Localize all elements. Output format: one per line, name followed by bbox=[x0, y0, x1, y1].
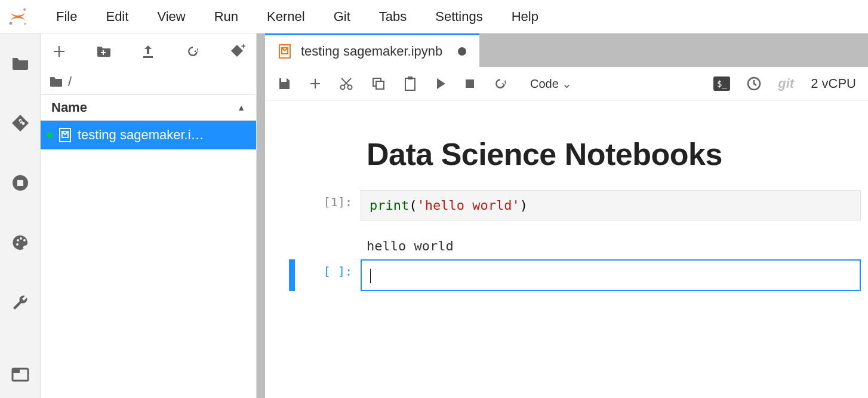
svg-point-15 bbox=[348, 85, 352, 89]
menu-view[interactable]: View bbox=[143, 9, 199, 25]
menu-settings[interactable]: Settings bbox=[421, 9, 497, 25]
git-branch-icon bbox=[11, 114, 29, 132]
code-input-area[interactable]: print('hello world') bbox=[361, 190, 861, 221]
code-token-paren-open: ( bbox=[409, 198, 417, 213]
file-browser-panel: + / Name ▲ testing sagemaker.i… bbox=[41, 33, 257, 398]
svg-text:+: + bbox=[241, 44, 245, 51]
refresh-button[interactable] bbox=[183, 41, 204, 62]
menu-bar: File Edit View Run Kernel Git Tabs Setti… bbox=[0, 0, 868, 33]
activity-git[interactable] bbox=[8, 111, 32, 135]
plus-icon bbox=[309, 78, 321, 90]
code-token-fn: print bbox=[370, 198, 409, 213]
markdown-cell-rendered[interactable]: Data Science Notebooks bbox=[265, 124, 868, 190]
git-clone-button[interactable]: + bbox=[227, 41, 248, 62]
folder-icon bbox=[49, 76, 63, 88]
copy-icon bbox=[371, 76, 386, 91]
paste-cell-button[interactable] bbox=[404, 76, 417, 91]
code-cell[interactable]: [1]: print('hello world') bbox=[265, 190, 868, 232]
cell-type-select[interactable]: Code bbox=[525, 75, 575, 93]
resource-indicator[interactable]: 2 vCPU bbox=[811, 76, 856, 91]
code-token-paren-close: ) bbox=[520, 198, 528, 213]
cut-cell-button[interactable] bbox=[339, 76, 353, 91]
tab-bar: testing sagemaker.ipynb bbox=[265, 33, 868, 67]
menu-run[interactable]: Run bbox=[200, 9, 253, 25]
restart-kernel-button[interactable] bbox=[493, 76, 507, 91]
menu-kernel[interactable]: Kernel bbox=[253, 9, 319, 25]
interrupt-kernel-button[interactable] bbox=[464, 78, 475, 89]
play-icon bbox=[435, 77, 447, 90]
new-folder-button[interactable] bbox=[94, 41, 115, 62]
svg-point-1 bbox=[10, 22, 13, 25]
kernel-running-indicator bbox=[47, 132, 53, 138]
svg-rect-20 bbox=[466, 79, 474, 88]
file-list-header-label: Name bbox=[51, 100, 87, 115]
file-list-header-name[interactable]: Name ▲ bbox=[41, 94, 256, 121]
menu-edit[interactable]: Edit bbox=[91, 9, 143, 25]
panel-drag-handle[interactable] bbox=[257, 33, 265, 398]
folder-icon bbox=[11, 56, 29, 71]
save-button[interactable] bbox=[277, 76, 291, 91]
copy-cell-button[interactable] bbox=[371, 76, 386, 91]
main-content: testing sagemaker.ipynb Code $_ git 2 vC… bbox=[265, 33, 868, 398]
notebook-tab-icon bbox=[278, 44, 291, 59]
cut-icon bbox=[339, 76, 353, 91]
notebook-body: Data Science Notebooks [1]: print('hello… bbox=[265, 100, 868, 398]
activity-settings[interactable] bbox=[8, 290, 32, 314]
cell-prompt: [1]: bbox=[301, 190, 361, 209]
notebook-file-icon bbox=[59, 127, 72, 143]
notebook-tab[interactable]: testing sagemaker.ipynb bbox=[265, 33, 479, 67]
tab-title: testing sagemaker.ipynb bbox=[301, 44, 442, 59]
plus-icon bbox=[53, 45, 66, 58]
palette-icon bbox=[11, 234, 29, 252]
folder-plus-icon bbox=[96, 45, 112, 58]
code-input-area[interactable] bbox=[361, 259, 861, 291]
svg-point-14 bbox=[341, 85, 345, 89]
breadcrumb-root[interactable]: / bbox=[68, 74, 72, 90]
menu-file[interactable]: File bbox=[42, 9, 91, 25]
breadcrumb-bar[interactable]: / bbox=[41, 69, 256, 94]
stop-icon bbox=[464, 78, 475, 89]
cell-output: hello world bbox=[265, 232, 868, 259]
file-browser-toolbar: + bbox=[41, 33, 256, 69]
insert-cell-button[interactable] bbox=[309, 78, 321, 90]
svg-rect-4 bbox=[17, 180, 23, 186]
cell-prompt: [ ]: bbox=[301, 259, 361, 278]
git-indicator[interactable]: git bbox=[778, 76, 794, 91]
svg-point-0 bbox=[23, 8, 26, 11]
menu-tabs[interactable]: Tabs bbox=[365, 9, 421, 25]
svg-rect-6 bbox=[13, 369, 20, 373]
activity-running[interactable] bbox=[8, 171, 32, 195]
activity-theme[interactable] bbox=[8, 231, 32, 255]
paste-icon bbox=[404, 76, 417, 91]
terminal-button[interactable]: $_ bbox=[713, 76, 730, 91]
elapsed-time-button[interactable] bbox=[747, 76, 761, 91]
svg-rect-19 bbox=[408, 76, 413, 79]
text-cursor bbox=[370, 269, 371, 283]
svg-rect-17 bbox=[376, 81, 384, 89]
menu-help[interactable]: Help bbox=[497, 9, 553, 25]
cell-type-selector[interactable]: Code bbox=[525, 75, 575, 93]
menu-git[interactable]: Git bbox=[319, 9, 365, 25]
refresh-icon bbox=[186, 44, 200, 59]
activity-filebrowser[interactable] bbox=[8, 51, 32, 75]
clock-icon bbox=[747, 76, 761, 91]
activity-tabs[interactable] bbox=[8, 362, 32, 386]
save-icon bbox=[277, 76, 291, 91]
cell-indicator bbox=[289, 190, 295, 221]
tab-icon bbox=[11, 366, 29, 382]
run-cell-button[interactable] bbox=[435, 77, 447, 90]
upload-button[interactable] bbox=[138, 41, 159, 62]
activity-bar bbox=[0, 33, 41, 398]
wrench-icon bbox=[11, 293, 29, 311]
tab-dirty-indicator bbox=[458, 47, 466, 56]
stop-circle-icon bbox=[11, 174, 29, 192]
svg-point-2 bbox=[24, 23, 26, 25]
sort-arrow-icon: ▲ bbox=[237, 103, 245, 112]
new-launcher-button[interactable] bbox=[49, 41, 70, 62]
code-cell-active[interactable]: [ ]: bbox=[265, 259, 868, 303]
file-name-label: testing sagemaker.i… bbox=[78, 127, 204, 143]
svg-rect-8 bbox=[101, 52, 106, 53]
file-row[interactable]: testing sagemaker.i… bbox=[41, 121, 256, 149]
git-clone-icon: + bbox=[230, 44, 245, 59]
restart-icon bbox=[493, 76, 507, 91]
